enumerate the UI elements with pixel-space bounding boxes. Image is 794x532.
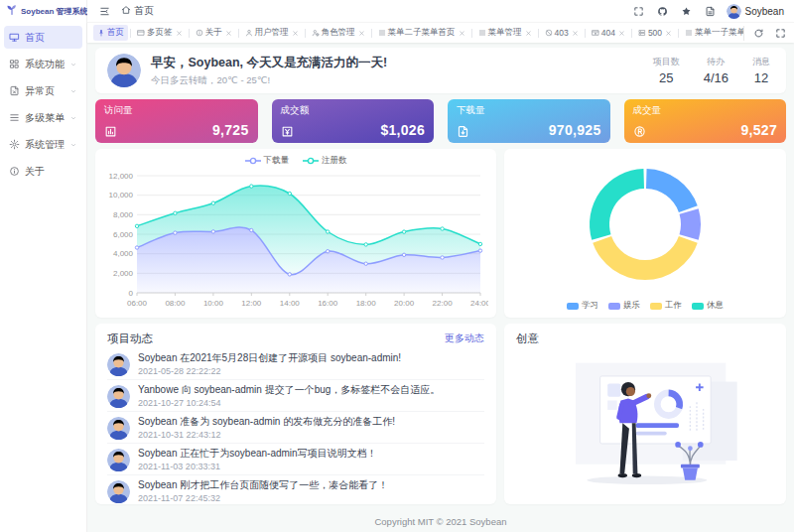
svg-text:6,000: 6,000	[113, 230, 134, 239]
news-item-content: Soybean 在2021年5月28日创建了开源项目 soybean-admin…	[138, 352, 401, 376]
close-icon[interactable]	[358, 30, 365, 37]
avatar	[107, 449, 130, 471]
pie-legend-item-entertainment[interactable]: 娱乐	[608, 300, 640, 312]
header-left: 首页	[97, 4, 154, 19]
pie-chart-legend: 学习娱乐工作休息	[514, 298, 776, 314]
overview-stat-label: 项目数	[653, 56, 680, 68]
tab-bar: 首页多页签关于用户管理角色管理菜单二子菜单首页菜单管理403404500菜单一子…	[87, 22, 794, 43]
theme-icon	[681, 6, 692, 17]
news-item-content: Yanbowe 向 soybean-admin 提交了一个bug，多标签栏不会自…	[138, 384, 440, 408]
info-icon	[196, 29, 203, 37]
server-error-icon	[638, 29, 646, 37]
close-icon[interactable]	[618, 30, 625, 37]
refresh-tab-button[interactable]	[751, 26, 766, 41]
chevron-down-icon	[69, 114, 77, 122]
svg-text:12:00: 12:00	[241, 299, 262, 308]
close-icon[interactable]	[572, 30, 579, 37]
legend-item-downloads[interactable]: 下载量	[245, 155, 290, 167]
tab-500[interactable]: 500	[634, 26, 676, 40]
news-item-text: Yanbowe 向 soybean-admin 提交了一个bug，多标签栏不会自…	[138, 384, 440, 396]
tabs: 首页多页签关于用户管理角色管理菜单二子菜单首页菜单管理403404500菜单一子…	[93, 25, 743, 41]
tab-label: 角色管理	[322, 27, 355, 39]
fullscreen-button[interactable]	[631, 4, 646, 19]
legend-item-registrations[interactable]: 注册数	[303, 155, 347, 167]
legend-color-chip	[608, 303, 620, 310]
menu-icon	[478, 29, 486, 37]
github-button[interactable]	[655, 4, 670, 19]
avatar	[107, 417, 130, 440]
sidebar-item-home[interactable]: 首页	[4, 26, 82, 49]
sidebar-item-features[interactable]: 系统功能	[4, 53, 82, 75]
pie-legend-item-rest[interactable]: 休息	[692, 300, 724, 312]
overview-stat-todos: 待办 4/16	[704, 56, 728, 85]
sidebar-item-multi-menu[interactable]: 多级菜单	[4, 106, 82, 129]
greeting-card: 早安，Soybean, 今天又是充满活力的一天! 今日多云转晴，20℃ - 25…	[95, 48, 786, 93]
pie-legend-item-study[interactable]: 学习	[567, 300, 598, 312]
news-item-content: Soybean 正在忙于为soybean-admin写项目说明文档！ 2021-…	[138, 448, 377, 471]
creativity-title: 创意	[516, 332, 539, 346]
role-icon	[312, 29, 320, 37]
tab-multi-tab[interactable]: 多页签	[133, 25, 187, 41]
stat-card-bottom: 9,725	[104, 122, 249, 138]
tab-menu1-sub[interactable]: 菜单一子菜单	[681, 25, 743, 41]
tab-label: 关于	[205, 27, 222, 39]
more-news-link[interactable]: 更多动态	[445, 332, 484, 345]
tab-user-manage[interactable]: 用户管理	[241, 25, 303, 41]
breadcrumb[interactable]: 首页	[121, 4, 154, 18]
multi-menu-icon	[9, 112, 20, 123]
close-icon[interactable]	[525, 30, 532, 37]
sidebar-item-exception[interactable]: 异常页	[4, 79, 82, 102]
stat-card-label: 成交量	[633, 104, 778, 117]
legend-label: 娱乐	[623, 300, 640, 312]
legend-label: 学习	[582, 300, 598, 312]
line-chart-card: 下载量注册数 02,0004,0006,0008,00010,00012,000…	[95, 149, 496, 318]
tab-403[interactable]: 403	[541, 26, 583, 40]
news-item-text: Soybean 在2021年5月28日创建了开源项目 soybean-admin…	[138, 352, 401, 364]
svg-text:16:00: 16:00	[318, 299, 338, 308]
tab-role-manage[interactable]: 角色管理	[308, 25, 369, 41]
svg-text:10:00: 10:00	[203, 299, 224, 308]
logo[interactable]: Soybean 管理系统	[0, 0, 86, 22]
stat-card-visits: 访问量9,725	[95, 99, 258, 143]
docs-button[interactable]	[703, 4, 718, 19]
refresh-icon	[753, 28, 764, 39]
stat-card-value: 970,925	[549, 122, 601, 138]
close-icon[interactable]	[292, 30, 299, 37]
content-fullscreen-button[interactable]	[773, 26, 788, 41]
sidebar-item-label: 关于	[25, 165, 77, 179]
legend-label: 下载量	[264, 155, 290, 167]
overview-stat-value: 4/16	[704, 70, 728, 85]
news-item: Soybean 刚才把工作台页面随便写了一些，凑合能看了！ 2021-11-07…	[107, 475, 484, 504]
theme-button[interactable]	[679, 4, 694, 19]
sidebar-item-management[interactable]: 系统管理	[4, 133, 82, 156]
legend-color-chip	[692, 303, 704, 310]
tab-divider	[471, 29, 472, 38]
overview-stat-projects: 项目数 25	[653, 56, 680, 85]
username: Soybean	[745, 6, 784, 17]
user-menu[interactable]: Soybean	[727, 4, 784, 19]
close-icon[interactable]	[225, 30, 232, 37]
pie-legend-item-work[interactable]: 工作	[650, 300, 682, 312]
stat-card-label: 下载量	[457, 104, 601, 117]
bottom-row: 项目动态 更多动态 Soybean 在2021年5月28日创建了开源项目 soy…	[95, 324, 786, 504]
line-chart-legend: 下载量注册数	[103, 154, 488, 168]
news-item-text: Soybean 准备为 soybean-admin 的发布做充分的准备工作!	[138, 416, 395, 428]
tab-menu2-sub-home[interactable]: 菜单二子菜单首页	[374, 25, 469, 41]
stat-card-value: $1,026	[380, 122, 425, 138]
close-icon[interactable]	[665, 30, 672, 37]
close-icon[interactable]	[176, 30, 183, 37]
menu-collapse-button[interactable]	[97, 4, 112, 19]
logo-icon	[6, 2, 18, 20]
app-root: Soybean 管理系统 首页系统功能异常页多级菜单系统管理关于 首页 Soyb…	[0, 0, 794, 532]
close-icon[interactable]	[459, 30, 465, 37]
news-item: Soybean 在2021年5月28日创建了开源项目 soybean-admin…	[107, 348, 484, 380]
sidebar: Soybean 管理系统 首页系统功能异常页多级菜单系统管理关于	[0, 0, 87, 532]
tab-menu-manage[interactable]: 菜单管理	[474, 25, 536, 41]
tab-about[interactable]: 关于	[192, 25, 236, 41]
home-icon	[121, 5, 131, 17]
overview-stat-messages: 消息 12	[752, 56, 770, 85]
tab-home[interactable]: 首页	[93, 25, 128, 41]
sidebar-item-about[interactable]: 关于	[4, 160, 82, 183]
pie-chart-card: 学习娱乐工作休息	[504, 149, 786, 318]
tab-404[interactable]: 404	[588, 26, 629, 40]
